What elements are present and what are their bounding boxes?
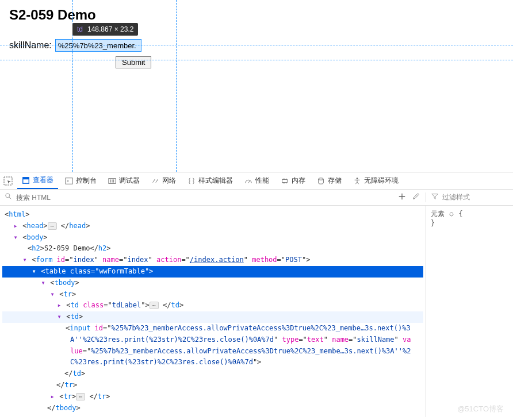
tab-accessibility[interactable]: 无障碍环境 — [349, 172, 403, 189]
pick-element-icon[interactable] — [3, 176, 13, 186]
svg-point-7 — [357, 178, 358, 179]
skillname-input[interactable] — [55, 39, 141, 52]
watermark: @51CTO博客 — [457, 404, 504, 414]
inspect-guide-horizontal — [0, 45, 513, 45]
tab-performance[interactable]: 性能 — [240, 172, 274, 189]
svg-point-8 — [6, 194, 10, 198]
eyedropper-icon[interactable] — [412, 192, 420, 202]
tooltip-dimensions: 148.867 × 23.2 — [87, 25, 133, 33]
svg-point-6 — [319, 178, 324, 180]
tab-inspector[interactable]: 查看器 — [17, 172, 58, 189]
search-input[interactable] — [16, 194, 388, 202]
add-icon[interactable] — [398, 192, 406, 202]
svg-rect-2 — [23, 177, 29, 179]
svg-point-9 — [450, 213, 453, 216]
tab-debugger[interactable]: 调试器 — [104, 172, 144, 189]
network-icon — [151, 177, 159, 185]
inline-icon — [449, 211, 454, 217]
filter-placeholder: 过滤样式 — [442, 192, 470, 202]
skillname-label: skillName: — [9, 40, 55, 51]
search-icon — [5, 192, 13, 202]
svg-rect-3 — [66, 178, 72, 184]
accessibility-icon — [353, 177, 361, 185]
devtools-searchbar: 过滤样式 — [0, 190, 513, 206]
filter-icon — [431, 192, 439, 202]
page-title: S2-059 Demo — [9, 7, 504, 23]
svg-rect-5 — [282, 179, 288, 182]
element-dimension-tooltip: td 148.867 × 23.2 — [72, 23, 138, 36]
dom-tree[interactable]: <html> ▸ <head>⋯ </head> ▾ <body> <h2>S2… — [0, 206, 426, 417]
styleeditor-icon — [187, 177, 196, 185]
performance-icon — [244, 177, 252, 185]
tooltip-tag: td — [77, 25, 83, 33]
demo-form: skillName: Submit — [9, 39, 504, 68]
inspector-icon — [22, 176, 30, 184]
devtools-panel: 查看器 控制台 调试器 网络 样式编辑器 性能 内存 存储 — [0, 172, 513, 417]
devtools-tabbar: 查看器 控制台 调试器 网络 样式编辑器 性能 内存 存储 — [0, 172, 513, 190]
tab-console[interactable]: 控制台 — [60, 172, 101, 189]
selected-node: ▾ <table class="wwFormTable"> — [2, 266, 423, 278]
tab-styleeditor[interactable]: 样式编辑器 — [183, 172, 238, 189]
tab-storage[interactable]: 存储 — [312, 172, 346, 189]
memory-icon — [281, 177, 289, 185]
rendered-page: S2-059 Demo td 148.867 × 23.2 skillName:… — [0, 0, 513, 172]
submit-button[interactable]: Submit — [116, 56, 151, 68]
styles-element-header: 元素 — [431, 210, 445, 218]
storage-icon — [317, 177, 325, 185]
console-icon — [65, 177, 73, 185]
inspect-guide-horizontal — [0, 60, 513, 60]
debugger-icon — [108, 177, 116, 185]
inspect-guide-vertical — [176, 0, 177, 172]
tab-network[interactable]: 网络 — [147, 172, 181, 189]
styles-panel: 元素 { } — [426, 206, 513, 417]
tab-memory[interactable]: 内存 — [276, 172, 310, 189]
